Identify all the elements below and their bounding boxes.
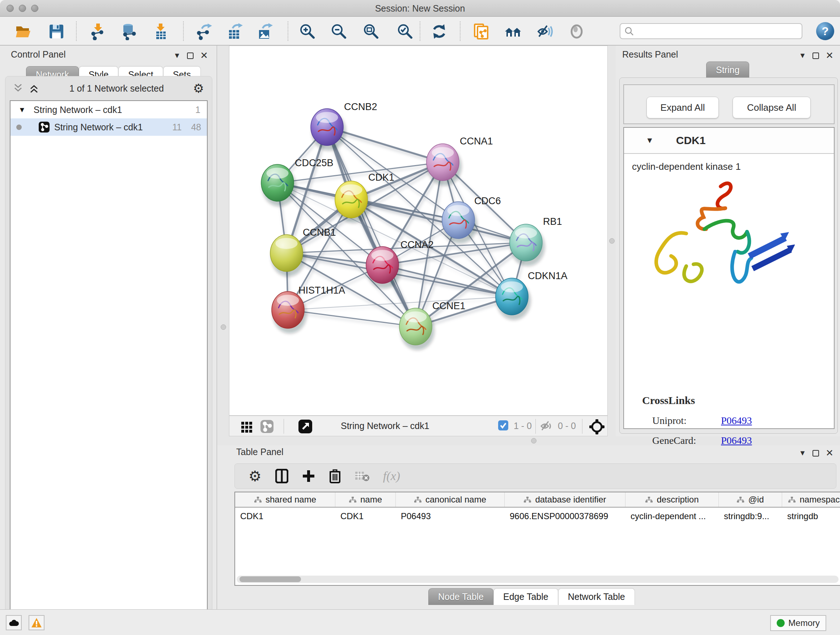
- grid-view-icon[interactable]: [238, 418, 256, 435]
- title-bar: Session: New Session: [0, 0, 840, 17]
- network-node-HIST1H1A[interactable]: [272, 291, 307, 333]
- memory-label: Memory: [788, 618, 820, 628]
- column-header-description[interactable]: description: [625, 492, 719, 507]
- columns-icon[interactable]: [275, 469, 288, 483]
- column-header-namespace[interactable]: namespace: [782, 492, 840, 507]
- zoom-out-icon[interactable]: [330, 23, 347, 40]
- delete-trash-icon[interactable]: [329, 469, 341, 483]
- toolbar-separator: [582, 419, 583, 434]
- homes-icon[interactable]: [504, 23, 522, 40]
- splitter-left[interactable]: [218, 46, 229, 445]
- gene-caret-icon[interactable]: ▼: [646, 136, 654, 145]
- splitter-handle[interactable]: [609, 238, 615, 244]
- column-header-database-identifier[interactable]: database identifier: [505, 492, 625, 507]
- network-view-title: String Network – cdk1: [341, 421, 429, 431]
- import-network-database-icon[interactable]: [120, 23, 137, 40]
- table-cell[interactable]: CDK1: [335, 508, 396, 525]
- node-label-CDK1: CDK1: [368, 172, 394, 183]
- tab-edge-table[interactable]: Edge Table: [493, 588, 558, 605]
- gear-icon[interactable]: ⚙: [248, 468, 262, 485]
- network-file-icon[interactable]: [472, 23, 490, 40]
- add-column-icon[interactable]: [302, 470, 315, 483]
- network-node-CDKN1A[interactable]: [496, 278, 531, 320]
- table-cell[interactable]: stringdb: [782, 508, 840, 525]
- panel-close-icon[interactable]: ✕: [826, 448, 834, 459]
- table-cell[interactable]: stringdb:9...: [719, 508, 782, 525]
- crosslink-link[interactable]: P06493: [721, 415, 752, 426]
- network-node-CDK1[interactable]: [335, 181, 370, 223]
- hidden-eye-icon[interactable]: [540, 419, 554, 433]
- string-network-graph[interactable]: CCNB2CCNA1CDC25BCDK1CDC6RB1CCNB1CCNA2CDK…: [229, 46, 607, 415]
- panel-close-icon[interactable]: ✕: [200, 50, 208, 61]
- collapse-all-button[interactable]: Collapse All: [733, 97, 811, 119]
- search-box[interactable]: [620, 23, 802, 39]
- gear-icon[interactable]: ⚙: [193, 81, 204, 96]
- search-input[interactable]: [634, 26, 798, 36]
- string-network-icon: [38, 121, 50, 133]
- open-session-icon[interactable]: [14, 23, 32, 40]
- network-view-icon[interactable]: [258, 418, 276, 435]
- refresh-layout-icon[interactable]: [431, 23, 448, 40]
- node-table[interactable]: shared namenamecanonical namedatabase id…: [234, 492, 840, 586]
- column-header--id[interactable]: @id: [719, 492, 782, 507]
- network-node-CCNE1[interactable]: [399, 308, 434, 350]
- network-node-CCNB2[interactable]: [311, 109, 346, 150]
- collapse-all-icon[interactable]: [13, 84, 24, 93]
- toolbar-separator: [460, 21, 461, 41]
- network-canvas[interactable]: CCNB2CCNA1CDC25BCDK1CDC6RB1CCNB1CCNA2CDK…: [229, 46, 608, 416]
- panel-maximize-icon[interactable]: [813, 450, 819, 456]
- network-node-RB1[interactable]: [510, 224, 545, 266]
- network-edge[interactable]: [327, 127, 416, 326]
- zoom-selected-icon[interactable]: [396, 23, 414, 40]
- network-node-CCNA2[interactable]: [366, 247, 401, 288]
- scrollbar-thumb[interactable]: [240, 576, 301, 582]
- gene-detail-box: ▼ CDK1 cyclin-dependent kinase 1: [623, 127, 835, 429]
- crosslink-link[interactable]: P06493: [721, 435, 752, 447]
- panel-maximize-icon[interactable]: [813, 52, 819, 59]
- export-network-icon[interactable]: [195, 23, 213, 40]
- expand-all-button[interactable]: Expand All: [646, 97, 719, 119]
- panel-float-icon[interactable]: ▼: [799, 449, 806, 457]
- tab-node-table[interactable]: Node Table: [428, 588, 493, 605]
- birdseye-crosshair-icon[interactable]: [588, 418, 606, 435]
- cloud-button[interactable]: [6, 615, 22, 630]
- hide-show-icon[interactable]: [536, 23, 554, 40]
- table-row[interactable]: CDK1CDK1P064939606.ENSP00000378699cyclin…: [235, 508, 840, 525]
- import-network-file-icon[interactable]: [89, 23, 106, 40]
- splitter-handle[interactable]: [221, 325, 226, 330]
- warning-button[interactable]: [28, 615, 44, 630]
- table-cell[interactable]: 9606.ENSP00000378699: [505, 508, 625, 525]
- network-collection-row[interactable]: ▼ String Network – cdk1 1: [11, 101, 207, 119]
- table-cell[interactable]: CDK1: [235, 508, 335, 525]
- panel-maximize-icon[interactable]: [187, 52, 194, 59]
- panel-close-icon[interactable]: ✕: [826, 50, 834, 61]
- column-header-canonical-name[interactable]: canonical name: [396, 492, 505, 507]
- selected-checkbox-icon[interactable]: [498, 420, 508, 431]
- network-edge[interactable]: [288, 310, 416, 326]
- panel-float-icon[interactable]: ▼: [799, 51, 806, 60]
- table-cell[interactable]: cyclin-dependent ...: [625, 508, 719, 525]
- splitter-handle[interactable]: [531, 438, 537, 443]
- open-in-new-icon[interactable]: [297, 418, 314, 435]
- save-session-icon[interactable]: [48, 23, 65, 40]
- column-header-name[interactable]: name: [335, 492, 396, 507]
- zoom-fit-icon[interactable]: [363, 23, 380, 40]
- tab-network-table[interactable]: Network Table: [558, 588, 635, 605]
- expand-all-icon[interactable]: [29, 84, 40, 93]
- table-cell[interactable]: P06493: [396, 508, 505, 525]
- zoom-in-icon[interactable]: [299, 23, 316, 40]
- import-table-icon[interactable]: [152, 23, 169, 40]
- export-image-icon[interactable]: [256, 23, 273, 40]
- network-node-CDC25B[interactable]: [261, 165, 296, 206]
- collection-caret-icon[interactable]: ▼: [19, 106, 26, 114]
- network-row[interactable]: String Network – cdk1 11 48: [11, 119, 207, 136]
- panel-float-icon[interactable]: ▼: [173, 51, 180, 60]
- export-table-icon[interactable]: [226, 23, 243, 40]
- crosslink-label: GeneCard:: [652, 435, 721, 447]
- memory-button[interactable]: Memory: [770, 615, 826, 631]
- horizontal-scrollbar[interactable]: [237, 576, 838, 583]
- tab-string[interactable]: String: [706, 62, 749, 78]
- help-icon[interactable]: ?: [816, 22, 834, 40]
- toolbar-separator: [535, 419, 536, 434]
- column-header-shared-name[interactable]: shared name: [235, 492, 335, 507]
